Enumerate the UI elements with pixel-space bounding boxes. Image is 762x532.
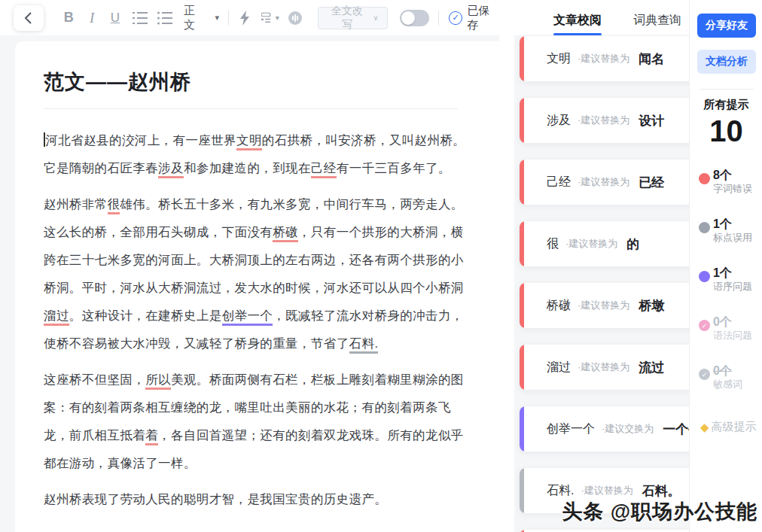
toolbar-divider (228, 11, 229, 26)
flagged-text[interactable]: 所以 (145, 372, 171, 390)
document-paragraph[interactable]: 这座桥不但坚固，所以美观。桥面两侧有石栏，栏板上雕刻着糊里糊涂的图案：有的刻着两… (44, 366, 469, 477)
document-paragraph[interactable]: 河北省赵县的洨河上，有一座世界文明的石拱桥，叫安济桥，又叫赵州桥。它是隋朝的石匠… (44, 126, 469, 182)
tab-dictionary-lookup[interactable]: 词典查询 (633, 13, 681, 35)
stat-label: 语法问题 (713, 329, 752, 342)
suggestion-card[interactable]: 文明 ·建议替换为 闻名 (520, 36, 689, 81)
suggestion-replacement[interactable]: 一个创举 (663, 421, 689, 438)
suggestion-replacement[interactable]: 桥墩 (639, 297, 664, 315)
suggestion-action-label: ·建议替换为 (578, 175, 629, 189)
suggestion-original: 创举一个 (547, 421, 595, 437)
suggestion-original: 文明 (547, 51, 571, 67)
suggestion-action-label: ·建议替换为 (578, 114, 629, 127)
stat-row[interactable]: 8个 字词错误 (699, 169, 762, 196)
flagged-text[interactable]: 涉及 (158, 161, 184, 178)
ai-rewrite-button[interactable] (236, 5, 254, 31)
paragraph-style-select[interactable]: 正文 ▾ (184, 4, 219, 32)
suggestion-action-label: ·建议替换为 (578, 360, 629, 374)
flagged-text[interactable]: 创举一个 (222, 309, 273, 326)
flagged-text[interactable]: 文明 (236, 133, 262, 150)
premium-hints-label: 高级提示 (712, 420, 757, 434)
paragraph-style-value: 正文 (184, 4, 205, 32)
stat-count: 1个 (713, 266, 752, 280)
ordered-list-button[interactable] (131, 5, 148, 31)
unordered-list-button[interactable] (156, 5, 173, 31)
stat-count: 8个 (713, 169, 752, 182)
document-sheet[interactable]: 范文——赵州桥 河北省赵县的洨河上，有一座世界文明的石拱桥，叫安济桥，又叫赵州桥… (15, 41, 499, 532)
suggestion-card[interactable]: 溜过 ·建议替换为 流过 (520, 345, 689, 390)
suggestion-original: 溜过 (547, 360, 571, 375)
layout-menu-button[interactable]: ▾ (261, 5, 279, 31)
proofread-toggle[interactable] (400, 10, 428, 26)
panel-tabs: 文章校阅 词典查询 (514, 0, 689, 35)
suggestion-replacement[interactable]: 石料。 (642, 482, 681, 500)
text-caret (44, 132, 45, 147)
document-paragraph[interactable]: 赵州桥表现了劳动人民的聪明才智，是我国宝贵的历史遗产。 (44, 485, 469, 513)
flagged-text[interactable]: 桥礅 (273, 225, 298, 242)
suggestion-replacement[interactable]: 流过 (639, 359, 664, 376)
suggestion-original: 己经 (547, 175, 571, 190)
suggestion-original: 很 (547, 236, 559, 252)
stat-label: 语序问题 (713, 280, 752, 293)
editor-area: 范文——赵州桥 河北省赵县的洨河上，有一座世界文明的石拱桥，叫安济桥，又叫赵州桥… (0, 35, 499, 532)
body-text: 赵州桥表现了劳动人民的聪明才智，是我国宝贵的历史遗产。 (44, 492, 387, 506)
suggestion-replacement[interactable]: 已经 (639, 174, 664, 191)
sidebar-divider (700, 89, 754, 90)
stat-dot-icon (699, 173, 710, 184)
flagged-text[interactable]: 石料. (349, 336, 379, 354)
suggestion-replacement[interactable]: 的 (626, 236, 639, 253)
suggestion-action-label: ·建议替换为 (565, 237, 617, 251)
premium-hints-link[interactable]: ◆ 高级提示 (700, 420, 757, 434)
check-circle-icon: ✓ (449, 11, 462, 25)
suggestion-card[interactable]: 己经 ·建议替换为 已经 (520, 160, 689, 205)
suggestion-replacement[interactable]: 闻名 (639, 50, 664, 68)
suggestion-action-label: ·建议替换为 (581, 484, 632, 497)
toggle-knob (401, 11, 415, 25)
flagged-text[interactable]: 很 (108, 197, 120, 214)
flagged-text[interactable]: 己经 (311, 161, 337, 178)
suggestion-replacement[interactable]: 设计 (639, 112, 664, 129)
flagged-text[interactable]: 着 (145, 428, 158, 445)
stat-row[interactable]: ✓ 0个 敏感词 (699, 364, 762, 391)
body-text: 河北省赵县的洨河上，有一座世界 (46, 133, 237, 147)
suggestion-original: 石料. (547, 483, 574, 499)
back-button[interactable] (14, 5, 44, 31)
full-rewrite-label: 全文改写 (328, 5, 367, 32)
flagged-text[interactable]: 溜过 (44, 309, 69, 326)
stat-row[interactable]: 1个 语序问题 (699, 266, 762, 293)
body-text: 赵州桥非常 (44, 197, 108, 211)
stats-list: 8个 字词错误 1个 标点误用 1个 语序问题 ✓ 0个 语法问题 ✓ 0个 敏… (699, 169, 762, 413)
title-divider (44, 108, 458, 109)
italic-button[interactable]: I (84, 5, 101, 31)
suggestion-card[interactable]: 很 ·建议替换为 的 (520, 221, 689, 266)
tab-article-proofread[interactable]: 文章校阅 (553, 13, 602, 35)
layout-icon (261, 11, 273, 25)
bold-button[interactable]: B (60, 5, 78, 31)
underline-button[interactable]: U (107, 5, 124, 31)
document-paragraph[interactable]: 赵州桥非常很雄伟。桥长五十多米，有九米多宽，中间行车马，两旁走人。这么长的桥，全… (44, 190, 469, 357)
chevron-left-icon (24, 12, 32, 24)
voice-read-button[interactable] (287, 5, 304, 31)
suggestion-card[interactable]: 创举一个 ·建议交换为 一个创举 (520, 406, 689, 451)
body-text: 有一千三百多年了。 (337, 161, 451, 175)
document-analysis-button[interactable]: 文档分析 (697, 50, 756, 74)
document-body[interactable]: 河北省赵县的洨河上，有一座世界文明的石拱桥，叫安济桥，又叫赵州桥。它是隋朝的石匠… (44, 126, 469, 513)
stat-row[interactable]: 1个 标点误用 (699, 217, 762, 245)
chevron-down-icon: ∨ (373, 14, 378, 22)
chevron-down-icon: ▾ (215, 13, 220, 23)
ordered-list-icon (133, 11, 148, 25)
suggestions-panel: 文章校阅 词典查询 文明 ·建议替换为 闻名 涉及 ·建议替换为 设计 己经 ·… (514, 0, 689, 532)
stat-row[interactable]: ✓ 0个 语法问题 (699, 315, 762, 342)
stat-dot-icon (699, 271, 710, 282)
stat-check-icon: ✓ (699, 320, 710, 331)
stat-label: 字词错误 (713, 182, 752, 196)
suggestion-card[interactable]: 涉及 ·建议替换为 设计 (520, 98, 689, 143)
save-status: ✓ 已保存 (449, 4, 499, 32)
body-text: 。这种设计，在建桥史上是 (69, 309, 222, 322)
document-title: 范文——赵州桥 (44, 68, 458, 96)
analysis-sidebar: 分享好友 文档分析 所有提示 10 8个 字词错误 1个 标点误用 1个 语序问… (689, 0, 762, 532)
stat-count: 1个 (713, 217, 752, 231)
suggestion-card[interactable]: 桥礅 ·建议替换为 桥墩 (520, 283, 689, 328)
full-rewrite-button[interactable]: 全文改写 ∨ (318, 7, 389, 29)
suggestion-action-label: ·建议替换为 (578, 52, 629, 65)
share-button[interactable]: 分享好友 (697, 14, 756, 38)
